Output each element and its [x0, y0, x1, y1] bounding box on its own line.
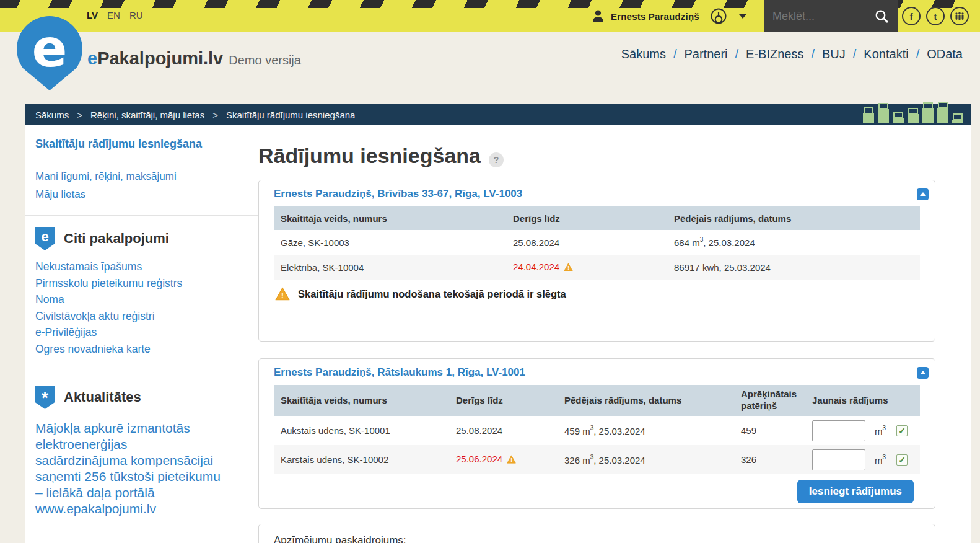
last-reading-cell: 326 m3, 25.03.2024 [558, 454, 734, 466]
warning-icon: ! [564, 263, 573, 273]
col-valid-until: Derīgs līdz [449, 395, 558, 407]
main-nav: Sākums / Partneri / E-BIZness / BUJ / Ko… [621, 47, 963, 61]
bar-chart-decoration-icon [863, 102, 967, 125]
unit-text: m [875, 426, 883, 436]
divider [35, 161, 224, 161]
breadcrumb-bills[interactable]: Rēķini, skaitītāji, māju lietas [90, 110, 204, 120]
sidebar-item-e-privileges[interactable]: e-Privilēģijas [35, 324, 248, 341]
new-reading-input[interactable] [812, 449, 865, 470]
draugiem-icon[interactable] [950, 7, 969, 25]
unit-sup: 3 [883, 454, 886, 461]
twitter-icon[interactable]: t [926, 7, 945, 25]
nav-separator: / [916, 47, 920, 61]
main-area: Rādījumu iesniegšana ? Ernests Paraudziņ… [258, 125, 971, 543]
nav-item-sakums[interactable]: Sākums [621, 47, 666, 61]
nav-item-odata[interactable]: OData [927, 47, 963, 61]
breadcrumb: Sākums > Rēķini, skaitītāji, māju lietas… [25, 104, 971, 125]
consumption-cell: 326 [734, 454, 805, 465]
confirmed-checkbox[interactable] [896, 454, 908, 466]
reading-date: , 25.03.2024 [593, 426, 645, 436]
confirmed-checkbox[interactable] [896, 425, 908, 436]
table-header-row: Skaitītāja veids, numurs Derīgs līdz Pēd… [274, 385, 920, 416]
sidebar-item-meter-readings[interactable]: Skaitītāju rādījumu iesniegšana [35, 138, 248, 151]
panel-title-brivibas: Ernests Paraudziņš, Brīvības 33-67, Rīga… [274, 188, 522, 200]
collapse-button[interactable] [917, 367, 929, 379]
news-pin-icon: * [35, 386, 55, 409]
site-title: ePakalpojumi.lvDemo versija [87, 48, 301, 69]
language-switcher: LV EN RU [87, 10, 143, 20]
sidebar-item-ogre-card[interactable]: Ogres novadnieka karte [35, 341, 248, 358]
user-menu[interactable]: Ernests Paraudziņš [592, 6, 746, 26]
expired-date: 24.04.2024 [513, 262, 559, 272]
collapse-button[interactable] [917, 188, 929, 200]
sidebar: Skaitītāju rādījumu iesniegšana Mani līg… [25, 125, 258, 543]
sidebar-item-contracts[interactable]: Mani līgumi, rēķini, maksājumi [35, 167, 248, 185]
col-meter-type: Skaitītāja veids, numurs [274, 395, 449, 407]
expired-date: 25.06.2024 [456, 454, 502, 464]
nav-item-kontakti[interactable]: Kontakti [864, 47, 908, 61]
meter-cell: Elektrība, SK-10004 [274, 262, 506, 273]
breadcrumb-current: Skaitītāju rādījumu iesniegšana [226, 110, 355, 120]
sidebar-item-house-files[interactable]: Māju lietas [35, 185, 248, 203]
new-reading-input[interactable] [812, 420, 865, 441]
reading-value: 459 m [564, 426, 590, 436]
sidebar-item-noma[interactable]: Noma [35, 291, 248, 308]
meter-cell: Gāze, SK-10003 [274, 237, 506, 248]
nav-item-buj[interactable]: BUJ [822, 47, 846, 61]
help-icon[interactable]: ? [489, 152, 504, 167]
services-pin-icon: e [35, 227, 55, 250]
meter-cell: Karstais ūdens, SK-10002 [274, 454, 449, 465]
col-new-reading: Jaunais rādījums [805, 395, 920, 407]
closed-period-notice: ! Skaitītāju rādījumu nodošana tekošajā … [274, 287, 920, 301]
search-input[interactable] [772, 10, 875, 23]
reading-value: 326 m [564, 455, 590, 466]
logout-icon[interactable] [710, 7, 727, 25]
content-area: Skaitītāju rādījumu iesniegšana Mani līg… [25, 125, 971, 543]
news-title: Aktualitātes [64, 389, 141, 405]
meters-table: Skaitītāja veids, numurs Derīgs līdz Pēd… [274, 206, 920, 280]
legend-title: Apzīmējumu paskaidrojums: [274, 534, 406, 543]
chevron-down-icon[interactable] [739, 14, 746, 19]
triangle-up-icon [920, 371, 926, 374]
submit-readings-button[interactable]: Iesniegt rādījumus [797, 480, 914, 503]
reading-value: 86917 kwh, 25.03.2024 [674, 262, 771, 273]
language-en[interactable]: EN [107, 10, 120, 20]
nav-separator: / [673, 47, 677, 61]
news-link[interactable]: Mājokļa apkurē izmantotās elektroenerģij… [35, 420, 221, 517]
nav-item-ebizness[interactable]: E-BIZness [746, 47, 803, 61]
sidebar-item-preschool[interactable]: Pirmsskolu pieteikumu reģistrs [35, 275, 248, 292]
consumption-cell: 459 [734, 425, 805, 436]
search-icon[interactable] [875, 9, 889, 24]
legend-panel: Apzīmējumu paskaidrojums: [258, 524, 935, 543]
unit-text: m [875, 455, 883, 466]
language-lv[interactable]: LV [87, 10, 98, 20]
table-row: Karstais ūdens, SK-10002 25.06.2024! 326… [274, 445, 920, 474]
nav-item-partneri[interactable]: Partneri [684, 47, 727, 61]
svg-text:!: ! [567, 265, 569, 271]
nav-separator: / [853, 47, 857, 61]
social-links: f t [902, 7, 969, 25]
sidebar-item-civil-registry[interactable]: Civilstāvokļa aktu reģistri [35, 308, 248, 325]
valid-until-cell: 24.04.2024! [506, 262, 667, 273]
site-logo[interactable]: e [15, 15, 84, 94]
unit-sup: 3 [883, 425, 886, 431]
col-last-reading: Pēdējais rādījums, datums [558, 395, 734, 407]
svg-text:e: e [32, 18, 68, 79]
facebook-icon[interactable]: f [902, 7, 921, 25]
valid-until-cell: 25.08.2024 [506, 237, 667, 248]
col-calculated-consumption: Aprēķinātais patēriņš [734, 389, 805, 412]
breadcrumb-home[interactable]: Sākums [35, 110, 69, 120]
svg-text:!: ! [281, 291, 284, 300]
col-valid-until: Derīgs līdz [506, 213, 667, 224]
valid-until-cell: 25.08.2024 [449, 425, 558, 436]
table-header-row: Skaitītāja veids, numurs Derīgs līdz Pēd… [274, 206, 920, 230]
svg-text:!: ! [510, 457, 512, 463]
address-panel-ratslaukums: Ernests Paraudziņš, Rātslaukums 1, Rīga,… [258, 358, 935, 509]
valid-until-cell: 25.06.2024! [449, 454, 558, 466]
sidebar-item-real-estate[interactable]: Nekustamais īpašums [35, 258, 248, 275]
table-row: Elektrība, SK-10004 24.04.2024! 86917 kw… [274, 255, 920, 280]
new-reading-cell: m3 [805, 420, 920, 441]
brand-demo-label: Demo versija [229, 53, 301, 67]
address-panel-brivibas: Ernests Paraudziņš, Brīvības 33-67, Rīga… [258, 180, 935, 342]
language-ru[interactable]: RU [129, 10, 143, 20]
